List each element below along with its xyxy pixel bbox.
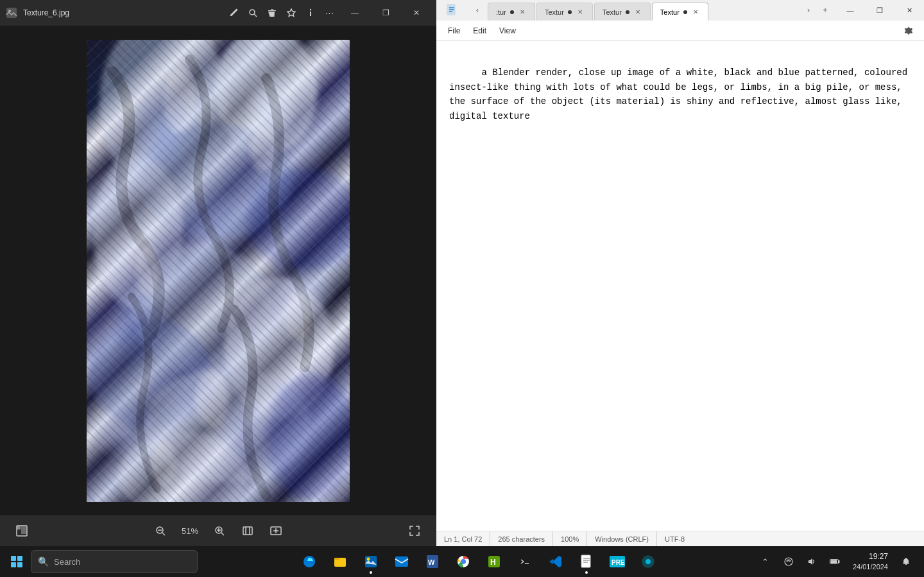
- taskbar: 🔍 Search W H: [0, 546, 924, 577]
- svg-point-13: [90, 319, 212, 428]
- photo-more-btn[interactable]: ···: [321, 4, 339, 22]
- svg-point-4: [310, 9, 311, 10]
- actual-size-btn[interactable]: [264, 519, 287, 542]
- svg-point-18: [250, 126, 276, 171]
- svg-point-16: [119, 431, 247, 502]
- svg-point-17: [164, 69, 196, 133]
- photo-toolbar: 51%: [0, 515, 436, 546]
- tab-1[interactable]: :tur ✕: [488, 3, 535, 21]
- photo-maximize-btn[interactable]: ❐: [371, 3, 400, 23]
- svg-point-2: [250, 10, 255, 15]
- svg-point-20: [284, 291, 312, 340]
- svg-point-22: [151, 441, 176, 486]
- fit-to-window-btn[interactable]: [236, 519, 259, 542]
- svg-rect-25: [21, 526, 26, 534]
- taskbar-app-notepad[interactable]: [572, 547, 601, 576]
- tab-4-active[interactable]: Textur ✕: [652, 3, 708, 21]
- notepad-menubar: File Edit View: [436, 21, 924, 41]
- zoom-in-btn[interactable]: [208, 519, 231, 542]
- taskbar-center: W H PRE: [203, 547, 755, 576]
- volume-icon[interactable]: [801, 551, 822, 572]
- zoom-out-btn[interactable]: [149, 519, 172, 542]
- svg-rect-24: [17, 526, 21, 530]
- notepad-titlebar-actions: — ❐ ✕: [835, 0, 924, 21]
- taskbar-app-photos[interactable]: [357, 547, 385, 576]
- tab-2[interactable]: Textur ✕: [536, 3, 593, 21]
- status-encoding: UTF-8: [657, 531, 692, 546]
- tab-4-close[interactable]: ✕: [691, 8, 700, 17]
- svg-point-14: [144, 367, 311, 483]
- photo-minimize-btn[interactable]: —: [340, 3, 370, 23]
- taskbar-app-vscode[interactable]: [542, 547, 570, 576]
- start-button[interactable]: [5, 550, 28, 573]
- notepad-tab-nav-next: › +: [798, 3, 835, 18]
- svg-rect-40: [334, 558, 339, 560]
- status-line-ending: Windows (CRLF): [587, 531, 657, 546]
- photo-info-btn[interactable]: [302, 4, 320, 22]
- search-text: Search: [54, 557, 80, 567]
- tab-2-close[interactable]: ✕: [576, 8, 585, 17]
- status-cursor: Ln 1, Col 72: [444, 531, 490, 546]
- notepad-active-indicator: [585, 571, 588, 574]
- svg-text:H: H: [490, 558, 496, 567]
- svg-text:PRE: PRE: [612, 559, 625, 566]
- photo-titlebar: Texture_6.jpg ···: [0, 0, 436, 26]
- taskbar-app-word[interactable]: W: [418, 547, 447, 576]
- menu-edit[interactable]: Edit: [466, 24, 493, 38]
- svg-rect-41: [365, 556, 377, 567]
- photo-title: Texture_6.jpg: [23, 8, 219, 17]
- notepad-minimize-btn[interactable]: —: [835, 0, 865, 21]
- menu-file[interactable]: File: [441, 24, 466, 38]
- tab-nav-prev-btn[interactable]: ‹: [470, 3, 485, 18]
- svg-point-19: [136, 245, 159, 297]
- svg-point-15: [266, 374, 350, 502]
- taskbar-app-camera[interactable]: [634, 547, 662, 576]
- battery-icon[interactable]: [825, 551, 845, 572]
- chevron-up-icon[interactable]: ⌃: [755, 551, 776, 572]
- photo-app-icon: [5, 6, 18, 19]
- notepad-app-icon: [436, 0, 467, 21]
- taskbar-app-explorer[interactable]: [326, 547, 354, 576]
- notepad-content: a Blender render, close up image of a wh…: [449, 67, 913, 121]
- taskbar-app-autohotkey[interactable]: H: [480, 547, 508, 576]
- notepad-maximize-btn[interactable]: ❐: [865, 0, 894, 21]
- svg-point-9: [93, 155, 183, 309]
- photo-delete-btn[interactable]: [263, 4, 281, 22]
- menu-view[interactable]: View: [493, 24, 522, 38]
- fullscreen-btn[interactable]: [403, 519, 426, 542]
- svg-line-27: [162, 533, 165, 535]
- network-icon[interactable]: [778, 551, 799, 572]
- svg-rect-33: [243, 527, 252, 535]
- notepad-close-btn[interactable]: ✕: [894, 0, 924, 21]
- taskbar-app-edge[interactable]: [295, 547, 323, 576]
- tab-nav-next-btn[interactable]: ›: [801, 3, 816, 18]
- tab-3[interactable]: Textur ✕: [594, 3, 651, 21]
- photo-titlebar-actions: ··· — ❐ ✕: [225, 3, 431, 23]
- photos-active-indicator: [370, 571, 372, 574]
- status-characters: 265 characters: [490, 531, 553, 546]
- tab-add-btn[interactable]: +: [817, 3, 833, 18]
- taskbar-clock[interactable]: 19:27 24/01/2024: [848, 552, 893, 571]
- notepad-settings-btn[interactable]: [898, 21, 919, 41]
- tab-3-close[interactable]: ✕: [633, 8, 642, 17]
- taskbar-search[interactable]: 🔍 Search: [31, 550, 198, 573]
- photo-edit-btn[interactable]: [225, 4, 243, 22]
- svg-point-7: [215, 40, 318, 155]
- photo-favorite-btn[interactable]: [282, 4, 300, 22]
- photo-close-btn[interactable]: ✕: [402, 3, 431, 23]
- svg-rect-52: [581, 555, 590, 567]
- photo-zoom-btn[interactable]: [244, 4, 262, 22]
- taskbar-app-chrome[interactable]: [449, 547, 477, 576]
- svg-point-6: [99, 40, 228, 194]
- taskbar-app-outlook[interactable]: [388, 547, 416, 576]
- photo-slideshow-btn[interactable]: [10, 519, 33, 542]
- tab-2-label: Textur: [545, 8, 564, 16]
- notepad-editor[interactable]: a Blender render, close up image of a wh…: [436, 41, 924, 531]
- clock-date: 24/01/2024: [853, 562, 888, 571]
- notification-bell[interactable]: [896, 547, 916, 576]
- tab-1-close[interactable]: ✕: [518, 8, 527, 17]
- tab-1-dot: [510, 10, 514, 14]
- svg-point-21: [195, 371, 228, 427]
- taskbar-app-terminal[interactable]: [511, 547, 539, 576]
- taskbar-app-pre[interactable]: PRE: [603, 547, 631, 576]
